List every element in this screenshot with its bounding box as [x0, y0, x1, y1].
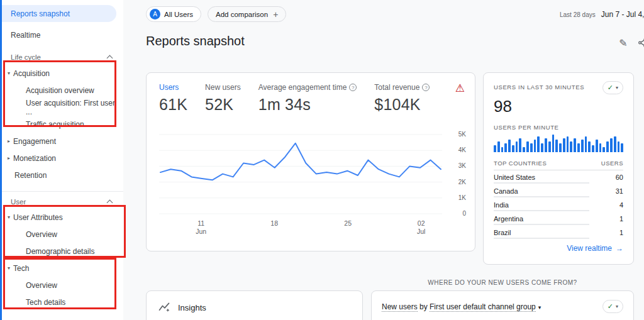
per-minute-bar: [494, 145, 496, 152]
metric-tab-total-revenue[interactable]: Total revenue ? $104K: [374, 83, 430, 114]
country-users: 4: [619, 201, 623, 209]
sidebar-item-user-attributes[interactable]: ▾ User Attributes: [2, 209, 123, 226]
metric-tab-avg-engagement-time[interactable]: Average engagement time ? 1m 34s: [258, 83, 357, 114]
customize-report-button[interactable]: ✎: [616, 35, 631, 50]
metric-tab-users[interactable]: Users 61K: [159, 83, 187, 114]
y-tick-label: 3K: [458, 162, 466, 169]
sidebar-item-retention[interactable]: Retention: [2, 167, 123, 184]
chevron-up-icon: [107, 199, 113, 206]
nav-label: Acquisition: [13, 69, 50, 78]
country-row: Argentina 1: [494, 212, 623, 226]
sidebar-item-demographic-details[interactable]: Demographic details: [2, 243, 123, 260]
sidebar-item-acquisition-overview[interactable]: Acquisition overview: [2, 82, 123, 99]
collapsed-arrow-icon[interactable]: ▸: [4, 155, 13, 161]
dimension-dropdown[interactable]: First user default channel group: [430, 302, 536, 312]
metric-value: $104K: [374, 96, 430, 114]
expand-arrow-icon[interactable]: ▾: [4, 214, 13, 220]
data-freshness-dropdown[interactable]: ✓ ▾: [602, 300, 623, 313]
per-minute-bar: [577, 143, 580, 152]
share-icon: [637, 37, 644, 48]
by-text: by: [418, 302, 430, 311]
per-minute-bar: [523, 147, 525, 152]
plus-icon: +: [273, 9, 278, 19]
sidebar-section-life-cycle[interactable]: Life cycle: [2, 50, 123, 65]
country-row: Canada 31: [494, 184, 623, 198]
per-minute-bar: [501, 147, 504, 152]
sidebar-item-realtime[interactable]: Realtime: [2, 26, 123, 43]
per-minute-bar: [548, 141, 551, 152]
sidebar-item-reports-snapshot[interactable]: Reports snapshot: [2, 5, 116, 22]
realtime-card: USERS IN LAST 30 MINUTES ✓ ▾ 98 USERS PE…: [483, 72, 634, 265]
per-minute-bar: [504, 143, 507, 152]
section-label: User: [11, 198, 26, 206]
per-minute-bar: [606, 141, 609, 152]
all-users-chip[interactable]: A All Users: [146, 6, 201, 22]
y-tick-label: 5K: [458, 131, 466, 138]
collapsed-arrow-icon[interactable]: ▸: [4, 138, 13, 144]
per-minute-bar: [530, 143, 533, 152]
view-realtime-label: View realtime: [567, 244, 612, 253]
per-minute-bar: [614, 136, 616, 152]
sidebar-section-user[interactable]: User: [2, 191, 123, 209]
y-tick-label: 0: [462, 210, 466, 217]
view-realtime-link[interactable]: View realtime→: [494, 244, 623, 253]
report-dimension-selector: New users by First user default channel …: [382, 302, 541, 311]
per-minute-bar: [563, 138, 565, 152]
y-tick-label: 2K: [458, 179, 466, 185]
sidebar-item-traffic-acquisition[interactable]: Traffic acquisition: [2, 116, 123, 133]
info-icon[interactable]: ?: [422, 84, 430, 91]
country-bar-track: [494, 196, 589, 197]
x-axis-labels: 11Jun182502Jul: [159, 219, 442, 238]
per-minute-bar: [610, 138, 613, 152]
per-minute-bar: [497, 141, 500, 152]
sidebar-item-tech[interactable]: ▾ Tech: [2, 260, 123, 277]
metric-label: Users: [159, 83, 179, 92]
overview-metrics-card: Users 61K New users 52K Average engageme…: [146, 72, 475, 251]
y-axis-labels: 5K4K3K2K1K0: [448, 133, 471, 216]
add-comparison-chip[interactable]: Add comparison +: [208, 6, 286, 22]
sidebar-item-engagement[interactable]: ▸ Engagement: [2, 133, 123, 150]
metric-value: 1m 34s: [258, 96, 357, 114]
sidebar-item-user-acquisition[interactable]: User acquisition: First user ...: [2, 99, 123, 116]
caret-down-icon[interactable]: ▾: [538, 304, 541, 311]
country-row: Brazil 1: [494, 226, 623, 240]
share-button[interactable]: [635, 35, 644, 50]
x-tick-label: 25: [338, 219, 357, 228]
metric-dropdown[interactable]: New users: [382, 302, 418, 312]
metric-tab-new-users[interactable]: New users 52K: [205, 83, 241, 114]
sidebar-item-tech-details[interactable]: Tech details: [2, 294, 123, 311]
metrics-row: Users 61K New users 52K Average engageme…: [147, 73, 475, 114]
date-range-picker[interactable]: Last 28 days Jun 7 - Jul 4, 20: [560, 10, 644, 19]
per-minute-bar: [602, 147, 605, 152]
per-minute-bar: [516, 141, 518, 152]
countries-column-header: TOP COUNTRIES: [494, 160, 547, 167]
insights-card[interactable]: Insights: [146, 290, 363, 320]
per-minute-bar: [537, 136, 540, 152]
expand-arrow-icon[interactable]: ▾: [4, 265, 13, 271]
sidebar-item-tech-overview[interactable]: Overview: [2, 277, 123, 294]
per-minute-bar: [512, 145, 514, 152]
x-tick-label: 02Jul: [412, 219, 431, 236]
nav-label: Engagement: [13, 137, 56, 146]
chevron-up-icon: [107, 55, 113, 62]
country-name: Brazil: [494, 229, 511, 236]
country-bar-track: [494, 238, 589, 239]
data-quality-warning-icon[interactable]: ⚠: [455, 82, 465, 95]
sidebar-item-monetization[interactable]: ▸ Monetization: [2, 150, 123, 167]
check-circle-icon: ✓: [608, 84, 613, 92]
per-minute-bar: [567, 136, 569, 152]
expand-arrow-icon[interactable]: ▾: [4, 70, 13, 76]
data-freshness-dropdown[interactable]: ✓ ▾: [602, 81, 623, 94]
info-icon[interactable]: ?: [349, 84, 357, 91]
y-tick-label: 4K: [458, 146, 466, 153]
sidebar-item-acquisition[interactable]: ▾ Acquisition: [2, 65, 123, 82]
per-minute-bar: [592, 145, 594, 152]
per-minute-bar: [555, 140, 558, 152]
metric-value: 61K: [159, 96, 187, 114]
per-minute-bar: [618, 141, 620, 152]
section-label: Life cycle: [11, 53, 41, 61]
metric-label: Average engagement time: [258, 83, 347, 92]
sidebar-item-user-attributes-overview[interactable]: Overview: [2, 226, 123, 243]
per-minute-bar: [526, 141, 529, 152]
per-minute-bar: [574, 138, 576, 152]
